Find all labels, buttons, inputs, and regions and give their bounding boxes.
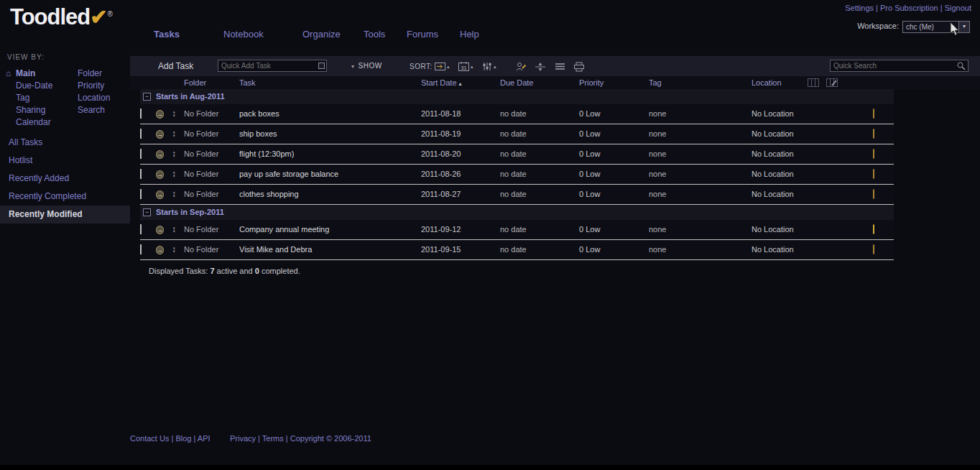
task-title[interactable]: ship boxes xyxy=(239,124,421,144)
sidebar-item-priority[interactable]: Priority xyxy=(78,80,110,92)
header-task[interactable]: Task xyxy=(239,76,421,89)
task-location[interactable]: No Location xyxy=(752,124,867,144)
task-tag[interactable]: none xyxy=(649,144,752,164)
tab-tasks[interactable]: Tasks xyxy=(154,29,180,40)
task-title[interactable]: pack boxes xyxy=(239,104,421,124)
reorder-handle-icon[interactable]: ↕ xyxy=(172,240,184,259)
pro-subscription-link[interactable]: Pro Subscription xyxy=(880,4,938,12)
task-due-date[interactable]: no date xyxy=(500,220,579,239)
quick-search-input[interactable] xyxy=(830,60,969,72)
complete-arrow-icon[interactable]: → xyxy=(156,110,164,119)
task-start-date[interactable]: 2011-08-26 xyxy=(421,165,500,184)
quick-add-input[interactable] xyxy=(218,60,327,72)
sidebar-item-calendar[interactable]: Calendar xyxy=(16,116,52,129)
sidebar-item-location[interactable]: Location xyxy=(78,92,110,104)
list-lines-icon[interactable] xyxy=(555,60,565,73)
sidebar-item-tag[interactable]: Tag xyxy=(16,92,52,104)
collapse-icon[interactable]: − xyxy=(143,208,151,216)
task-due-date[interactable]: no date xyxy=(500,185,579,204)
complete-arrow-icon[interactable]: → xyxy=(156,170,164,179)
reorder-handle-icon[interactable]: ↕ xyxy=(172,185,184,204)
sidebar-item-recently-added[interactable]: Recently Added xyxy=(0,170,130,188)
note-icon[interactable] xyxy=(873,169,874,179)
sidebar-item-sharing[interactable]: Sharing xyxy=(16,104,52,116)
terms-link[interactable]: Terms xyxy=(262,434,284,443)
task-priority[interactable]: 0 Low xyxy=(579,240,649,259)
tab-forums[interactable]: Forums xyxy=(407,29,438,40)
note-icon[interactable] xyxy=(873,129,874,139)
dropdown-arrow-icon[interactable]: ▾ xyxy=(958,22,969,32)
task-priority[interactable]: 0 Low xyxy=(579,104,649,124)
task-start-date[interactable]: 2011-09-12 xyxy=(421,220,500,239)
task-tag[interactable]: none xyxy=(649,240,752,259)
task-checkbox[interactable] xyxy=(140,224,142,234)
sidebar-item-all-tasks[interactable]: All Tasks xyxy=(0,134,130,152)
collapse-icon[interactable]: − xyxy=(143,93,151,101)
header-folder[interactable]: Folder xyxy=(184,76,239,89)
collapse-divider-icon[interactable] xyxy=(535,60,546,73)
task-start-date[interactable]: 2011-08-19 xyxy=(421,124,500,144)
sidebar-item-main[interactable]: ⌂Main xyxy=(16,68,52,80)
task-title[interactable]: clothes shopping xyxy=(239,185,421,204)
reorder-handle-icon[interactable]: ↕ xyxy=(172,104,184,124)
toodledo-logo[interactable]: Toodled✔® xyxy=(10,4,113,30)
sidebar-item-due-date[interactable]: Due-Date xyxy=(16,80,52,92)
note-icon[interactable] xyxy=(873,189,874,199)
task-priority[interactable]: 0 Low xyxy=(579,165,649,184)
task-priority[interactable]: 0 Low xyxy=(579,220,649,239)
task-start-date[interactable]: 2011-08-18 xyxy=(421,104,500,124)
complete-arrow-icon[interactable]: → xyxy=(156,190,164,199)
task-folder[interactable]: No Folder xyxy=(184,104,239,124)
task-folder[interactable]: No Folder xyxy=(184,220,239,239)
tab-organize[interactable]: Organize xyxy=(302,29,341,40)
task-folder[interactable]: No Folder xyxy=(184,124,239,144)
tab-notebook[interactable]: Notebook xyxy=(223,29,264,40)
task-location[interactable]: No Location xyxy=(752,104,867,124)
blog-link[interactable]: Blog xyxy=(175,434,191,443)
header-due-date[interactable]: Due Date xyxy=(500,76,579,89)
task-location[interactable]: No Location xyxy=(752,185,867,204)
column-edit-icon[interactable] xyxy=(826,78,838,87)
task-priority[interactable]: 0 Low xyxy=(579,185,649,204)
task-tag[interactable]: none xyxy=(649,220,752,239)
task-due-date[interactable]: no date xyxy=(500,124,579,144)
note-icon[interactable] xyxy=(873,244,874,254)
sidebar-item-search[interactable]: Search xyxy=(78,104,110,116)
task-tag[interactable]: none xyxy=(649,185,752,204)
task-tag[interactable]: none xyxy=(649,104,752,124)
settings-link[interactable]: Settings xyxy=(845,4,874,12)
task-tag[interactable]: none xyxy=(649,165,752,184)
search-icon[interactable] xyxy=(957,62,966,70)
show-dropdown[interactable]: ▾SHOW xyxy=(351,62,382,70)
task-due-date[interactable]: no date xyxy=(500,104,579,124)
reorder-handle-icon[interactable]: ↕ xyxy=(172,165,184,184)
task-checkbox[interactable] xyxy=(140,149,142,159)
sidebar-item-folder[interactable]: Folder xyxy=(78,68,110,80)
sort-settings-button[interactable]: ▴ xyxy=(482,60,496,73)
add-task-button[interactable]: Add Task xyxy=(158,61,193,71)
task-checkbox[interactable] xyxy=(140,244,142,254)
reorder-handle-icon[interactable]: ↕ xyxy=(172,144,184,164)
task-due-date[interactable]: no date xyxy=(500,240,579,259)
task-due-date[interactable]: no date xyxy=(500,144,579,164)
sort-calendar-button[interactable]: 31 ▴ xyxy=(458,60,473,73)
task-start-date[interactable]: 2011-08-27 xyxy=(421,185,500,204)
printer-icon[interactable] xyxy=(573,60,585,73)
task-location[interactable]: No Location xyxy=(752,144,867,164)
header-tag[interactable]: Tag xyxy=(649,76,752,89)
task-tag[interactable]: none xyxy=(649,124,752,144)
sort-start-date-button[interactable]: ▴ xyxy=(435,60,450,73)
complete-arrow-icon[interactable]: → xyxy=(156,150,164,159)
reorder-handle-icon[interactable]: ↕ xyxy=(172,124,184,144)
tab-tools[interactable]: Tools xyxy=(364,29,385,40)
header-priority[interactable]: Priority xyxy=(579,76,649,89)
task-title[interactable]: pay up safe storage balance xyxy=(239,165,421,184)
task-start-date[interactable]: 2011-08-20 xyxy=(421,144,500,164)
tab-help[interactable]: Help xyxy=(460,29,479,40)
task-folder[interactable]: No Folder xyxy=(184,240,239,259)
task-due-date[interactable]: no date xyxy=(500,165,579,184)
sidebar-item-recently-completed[interactable]: Recently Completed xyxy=(0,188,130,206)
task-checkbox[interactable] xyxy=(140,129,142,139)
complete-arrow-icon[interactable]: → xyxy=(156,130,164,139)
complete-arrow-icon[interactable]: → xyxy=(156,226,164,234)
